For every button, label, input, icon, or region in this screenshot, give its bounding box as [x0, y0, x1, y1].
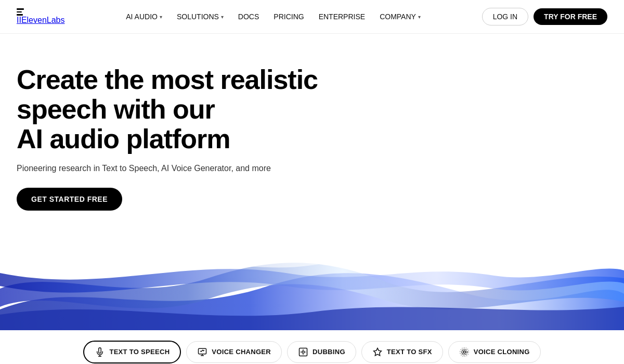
- svg-marker-5: [373, 348, 381, 355]
- nav-links: AI AUDIO ▾ SOLUTIONS ▾ DOCS PRICING ENTE…: [121, 9, 426, 24]
- nav-item-docs[interactable]: DOCS: [233, 9, 264, 24]
- hero-section: Create the most realistic speech with ou…: [0, 34, 624, 211]
- nav-item-company[interactable]: COMPANY ▾: [374, 9, 426, 24]
- nav-label-enterprise: ENTERPRISE: [319, 12, 365, 21]
- chevron-down-icon: ▾: [418, 14, 421, 20]
- hero-headline-line2: AI audio platform: [17, 124, 230, 154]
- text-to-sfx-icon: [372, 347, 383, 357]
- get-started-button[interactable]: GET STARTED FREE: [17, 188, 122, 211]
- navbar: IIElevenLabs AI AUDIO ▾ SOLUTIONS ▾ DOCS…: [0, 0, 624, 34]
- hero-headline: Create the most realistic speech with ou…: [17, 65, 381, 154]
- logo-text: IIElevenLabs: [17, 16, 65, 24]
- text-to-speech-icon: [95, 347, 105, 357]
- hero-subtext: Pioneering research in Text to Speech, A…: [17, 164, 607, 173]
- nav-label-pricing: PRICING: [274, 12, 304, 21]
- logo-bars-icon: [17, 8, 64, 16]
- tab-label-tts: TEXT TO SPEECH: [109, 348, 170, 356]
- wave-visualization: [0, 226, 624, 330]
- tab-voice-changer[interactable]: VOICE CHANGER: [186, 341, 282, 363]
- try-for-free-button[interactable]: TRY FOR FREE: [534, 8, 607, 25]
- nav-label-solutions: SOLUTIONS: [177, 12, 219, 21]
- hero-headline-line1: Create the most realistic speech with ou…: [17, 64, 318, 124]
- tab-dubbing[interactable]: DUBBING: [287, 341, 356, 363]
- nav-actions: LOG IN TRY FOR FREE: [482, 8, 607, 25]
- nav-label-ai-audio: AI AUDIO: [126, 12, 158, 21]
- feature-tabs: TEXT TO SPEECH VOICE CHANGER DUBBING: [0, 330, 624, 363]
- chevron-down-icon: ▾: [221, 14, 224, 20]
- svg-point-6: [463, 350, 465, 353]
- logo[interactable]: IIElevenLabs: [17, 8, 65, 25]
- dubbing-icon: [298, 347, 308, 357]
- nav-label-docs: DOCS: [238, 12, 259, 21]
- tab-text-to-sfx[interactable]: TEXT TO SFX: [361, 341, 443, 363]
- voice-cloning-icon: [459, 347, 470, 357]
- nav-item-solutions[interactable]: SOLUTIONS ▾: [172, 9, 229, 24]
- wave-svg: [0, 226, 624, 330]
- tab-label-vc: VOICE CHANGER: [212, 348, 271, 356]
- tab-voice-cloning[interactable]: VOICE CLONING: [448, 341, 541, 363]
- svg-point-4: [302, 350, 305, 353]
- nav-item-ai-audio[interactable]: AI AUDIO ▾: [121, 9, 167, 24]
- svg-rect-2: [199, 348, 206, 354]
- tab-text-to-speech[interactable]: TEXT TO SPEECH: [83, 341, 181, 363]
- voice-changer-icon: [197, 347, 207, 357]
- tab-label-clone: VOICE CLONING: [474, 348, 530, 356]
- nav-item-pricing[interactable]: PRICING: [268, 9, 309, 24]
- svg-point-7: [461, 349, 467, 355]
- tab-label-dub: DUBBING: [313, 348, 345, 356]
- nav-item-enterprise[interactable]: ENTERPRISE: [314, 9, 370, 24]
- login-button[interactable]: LOG IN: [482, 8, 528, 25]
- chevron-down-icon: ▾: [160, 14, 162, 20]
- tab-label-sfx: TEXT TO SFX: [387, 348, 432, 356]
- nav-label-company: COMPANY: [380, 12, 416, 21]
